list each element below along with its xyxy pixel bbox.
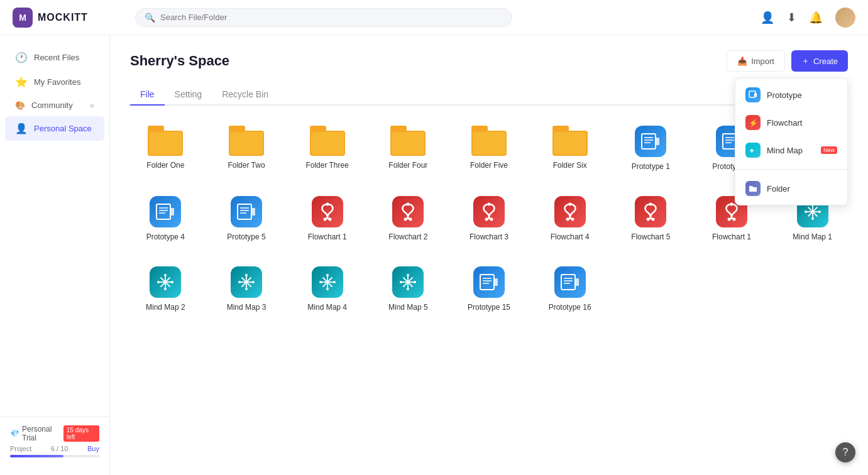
svg-point-110 — [400, 281, 402, 283]
dropdown-proto-icon — [745, 87, 761, 102]
dropdown-item-prototype[interactable]: Prototype — [735, 81, 847, 109]
file-name: Mind Map 1 — [793, 232, 832, 241]
file-item-flowchart-3[interactable]: Flowchart 3 — [454, 191, 525, 246]
file-item-folder-five[interactable]: Folder Five — [454, 121, 525, 176]
import-button[interactable]: 📥 Import — [727, 50, 785, 72]
layout: 🕐 Recent Files ⭐ My Favorites 🎨 Communit… — [0, 35, 868, 475]
svg-point-97 — [319, 281, 322, 283]
notification-icon[interactable]: 🔔 — [809, 11, 823, 25]
file-item-flowchart-4[interactable]: Flowchart 4 — [534, 191, 605, 246]
logo: M MOCKITT — [13, 8, 123, 28]
svg-text:⚡: ⚡ — [749, 118, 757, 127]
file-name: Mind Map 4 — [307, 303, 347, 312]
tab-recycle-bin[interactable]: Recycle Bin — [212, 84, 278, 106]
file-item-folder-three[interactable]: Folder Three — [292, 121, 363, 176]
file-item-mindmap-2[interactable]: Mind Map 2 — [130, 261, 201, 317]
help-button[interactable]: ? — [835, 442, 855, 462]
clock-icon: 🕐 — [15, 52, 28, 63]
svg-point-44 — [730, 203, 733, 206]
svg-line-106 — [410, 278, 413, 281]
svg-point-95 — [326, 274, 329, 276]
file-name: Folder Six — [553, 161, 587, 170]
file-item-prototype-5[interactable]: Prototype 5 — [211, 191, 282, 246]
file-name: Flowchart 1 — [712, 232, 751, 241]
svg-rect-118 — [575, 278, 579, 286]
file-item-prototype-16[interactable]: Prototype 16 — [534, 261, 605, 317]
main-content: Sherry's Space 📥 Import ＋ Create — [110, 35, 868, 475]
svg-line-55 — [808, 213, 811, 216]
download-icon[interactable]: ⬇ — [787, 11, 796, 25]
file-item-folder-six[interactable]: Folder Six — [534, 121, 605, 176]
file-item-folder-two[interactable]: Folder Two — [211, 121, 282, 176]
file-item-flowchart-1[interactable]: Flowchart 1 — [292, 191, 363, 246]
trial-badge: 15 days left — [63, 425, 99, 442]
search-bar[interactable]: 🔍 — [135, 8, 512, 27]
tab-file[interactable]: File — [130, 84, 165, 106]
svg-point-86 — [326, 280, 329, 284]
file-item-folder-four[interactable]: Folder Four — [373, 121, 444, 176]
sidebar-item-personal-space[interactable]: 👤 Personal Space — [5, 116, 104, 141]
avatar[interactable] — [835, 8, 855, 28]
file-name: Flowchart 4 — [551, 232, 590, 241]
svg-rect-1 — [754, 93, 757, 97]
dropdown-item-flowchart[interactable]: ⚡ Flowchart — [735, 109, 847, 136]
file-item-flowchart-2[interactable]: Flowchart 2 — [373, 191, 444, 246]
file-item-mindmap-5[interactable]: Mind Map 5 — [373, 261, 444, 317]
svg-point-70 — [164, 288, 167, 290]
dropdown-divider — [735, 169, 847, 170]
svg-point-32 — [407, 203, 410, 206]
user-icon[interactable]: 👤 — [761, 11, 774, 25]
page-title: Sherry's Space — [130, 53, 229, 69]
svg-point-33 — [404, 218, 407, 221]
file-item-mindmap-4[interactable]: Mind Map 4 — [292, 261, 363, 317]
file-name: Folder Four — [388, 161, 427, 170]
search-input[interactable] — [160, 13, 503, 22]
file-name: Flowchart 2 — [388, 232, 427, 241]
file-name: Prototype 5 — [227, 232, 265, 241]
buy-link[interactable]: Buy — [87, 445, 99, 452]
file-item-mindmap-3[interactable]: Mind Map 3 — [211, 261, 282, 317]
new-badge: New — [821, 146, 837, 154]
sidebar-item-community[interactable]: 🎨 Community » — [5, 94, 104, 116]
svg-line-66 — [167, 283, 170, 287]
file-name: Mind Map 2 — [146, 303, 185, 312]
file-name: Prototype 15 — [468, 303, 510, 312]
svg-rect-19 — [157, 204, 170, 219]
svg-point-69 — [164, 274, 167, 276]
file-name: Prototype 4 — [146, 232, 185, 241]
file-name: Flowchart 1 — [308, 232, 347, 241]
svg-point-36 — [485, 218, 488, 221]
svg-rect-5 — [656, 138, 659, 145]
file-item-flowchart-5[interactable]: Flowchart 5 — [615, 191, 686, 246]
svg-point-99 — [406, 280, 410, 284]
file-name: Folder Three — [305, 161, 348, 170]
file-item-prototype-1[interactable]: Prototype 1 — [615, 121, 686, 176]
svg-line-92 — [329, 283, 332, 287]
svg-line-54 — [814, 207, 817, 210]
dropdown-item-folder[interactable]: Folder — [735, 175, 847, 202]
svg-line-67 — [167, 278, 170, 281]
avatar-image — [835, 8, 855, 28]
file-item-prototype-15[interactable]: Prototype 15 — [454, 261, 525, 317]
svg-line-80 — [248, 278, 251, 281]
file-name: Flowchart 5 — [631, 232, 670, 241]
svg-line-68 — [161, 283, 164, 287]
topbar: M MOCKITT 🔍 👤 ⬇ 🔔 — [0, 0, 868, 35]
svg-point-57 — [811, 217, 814, 220]
svg-line-65 — [161, 278, 164, 281]
svg-point-73 — [244, 280, 248, 284]
create-dropdown: Prototype ⚡ Flowchart ✦ Mind Map New — [735, 78, 848, 205]
tab-setting[interactable]: Setting — [165, 84, 212, 106]
file-item-folder-one[interactable]: Folder One — [130, 121, 201, 176]
svg-line-79 — [248, 283, 251, 287]
sidebar-item-recent-files[interactable]: 🕐 Recent Files — [5, 45, 104, 70]
logo-icon: M — [13, 8, 33, 28]
file-item-prototype-4[interactable]: Prototype 4 — [130, 191, 201, 246]
svg-point-34 — [409, 218, 412, 221]
svg-point-39 — [566, 218, 569, 221]
svg-line-53 — [814, 213, 817, 216]
create-button[interactable]: ＋ Create — [791, 50, 848, 72]
svg-point-42 — [647, 218, 650, 221]
sidebar-item-my-favorites[interactable]: ⭐ My Favorites — [5, 70, 104, 94]
dropdown-item-mindmap[interactable]: ✦ Mind Map New — [735, 136, 847, 164]
